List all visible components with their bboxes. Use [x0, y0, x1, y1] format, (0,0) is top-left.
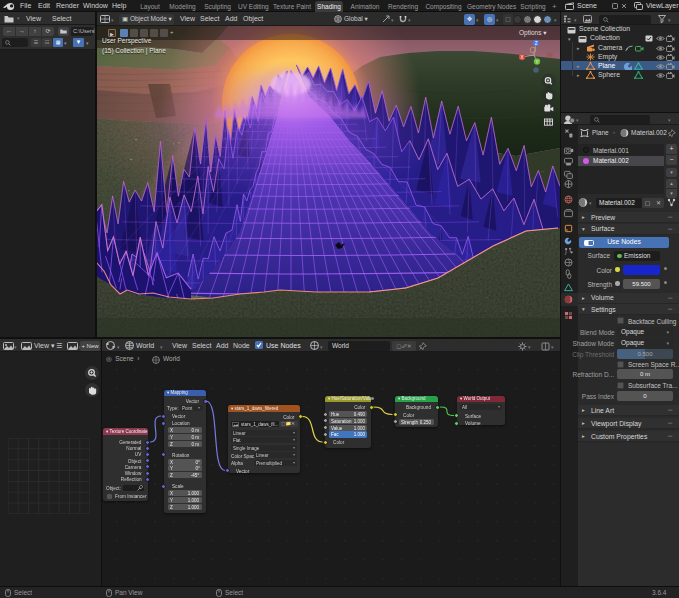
svg-text:Z: Z: [535, 41, 538, 46]
svg-text:X: X: [520, 55, 523, 60]
svg-text:Y: Y: [535, 60, 538, 65]
